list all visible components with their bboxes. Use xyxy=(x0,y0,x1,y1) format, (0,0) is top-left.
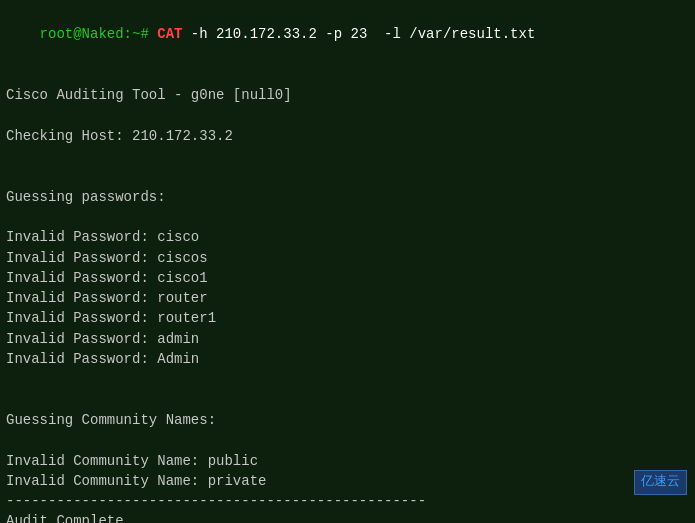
invalid-pw-ciscos: Invalid Password: ciscos xyxy=(6,248,689,268)
separator-line: ----------------------------------------… xyxy=(6,491,689,511)
blank-1 xyxy=(6,65,689,85)
guessing-passwords-label: Guessing passwords: xyxy=(6,187,689,207)
invalid-pw-router: Invalid Password: router xyxy=(6,288,689,308)
cmd-space xyxy=(149,26,157,42)
invalid-pw-cisco: Invalid Password: cisco xyxy=(6,227,689,247)
watermark-text: 亿速云 xyxy=(641,474,680,489)
invalid-comm-public: Invalid Community Name: public xyxy=(6,451,689,471)
invalid-pw-admin-cap: Invalid Password: Admin xyxy=(6,349,689,369)
audit-complete-line: Audit Complete xyxy=(6,511,689,523)
command-line-1: root@Naked:~# CAT -h 210.172.33.2 -p 23 … xyxy=(6,4,689,65)
watermark-badge: 亿速云 xyxy=(634,470,687,495)
cat-command: CAT xyxy=(157,26,182,42)
checking-host-line: Checking Host: 210.172.33.2 xyxy=(6,126,689,146)
invalid-pw-cisco1: Invalid Password: cisco1 xyxy=(6,268,689,288)
blank-5 xyxy=(6,207,689,227)
blank-3 xyxy=(6,146,689,166)
terminal-window: root@Naked:~# CAT -h 210.172.33.2 -p 23 … xyxy=(0,0,695,523)
prompt-1: root@Naked:~# xyxy=(40,26,149,42)
blank-2 xyxy=(6,105,689,125)
invalid-comm-private: Invalid Community Name: private xyxy=(6,471,689,491)
invalid-pw-router1: Invalid Password: router1 xyxy=(6,308,689,328)
banner-line: Cisco Auditing Tool - g0ne [null0] xyxy=(6,85,689,105)
blank-6 xyxy=(6,369,689,389)
guessing-community-label: Guessing Community Names: xyxy=(6,410,689,430)
blank-8 xyxy=(6,430,689,450)
blank-4 xyxy=(6,166,689,186)
cmd-args-1: -h 210.172.33.2 -p 23 -l /var/result.txt xyxy=(182,26,535,42)
blank-7 xyxy=(6,390,689,410)
invalid-pw-admin: Invalid Password: admin xyxy=(6,329,689,349)
